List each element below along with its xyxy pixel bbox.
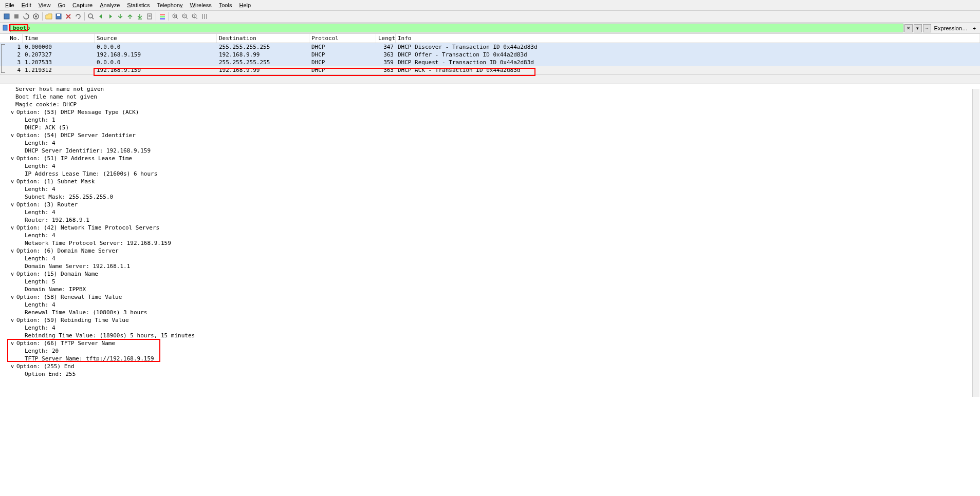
menu-go[interactable]: Go bbox=[54, 1, 68, 9]
detail-tree-item[interactable]: vOption: (15) Domain Name bbox=[0, 270, 980, 278]
vertical-scrollbar[interactable] bbox=[972, 89, 979, 378]
detail-tree-item[interactable]: Magic cookie: DHCP bbox=[0, 101, 980, 108]
menu-capture[interactable]: Capture bbox=[69, 1, 96, 9]
detail-tree-item[interactable]: Network Time Protocol Server: 192.168.9.… bbox=[0, 239, 980, 247]
expand-caret-icon[interactable]: v bbox=[9, 294, 15, 300]
packet-row[interactable]: 20.207327192.168.9.159192.168.9.99DHCP36… bbox=[0, 51, 980, 59]
detail-tree-item[interactable]: vOption: (42) Network Time Protocol Serv… bbox=[0, 224, 980, 232]
detail-tree-item[interactable]: vOption: (51) IP Address Lease Time bbox=[0, 155, 980, 162]
jump-to-icon[interactable] bbox=[116, 12, 125, 21]
menu-edit[interactable]: Edit bbox=[19, 1, 34, 9]
detail-tree-item[interactable]: Domain Name Server: 192.168.1.1 bbox=[0, 262, 980, 270]
expand-caret-icon[interactable]: v bbox=[9, 225, 15, 231]
expand-caret-icon[interactable]: v bbox=[9, 317, 15, 323]
menu-file[interactable]: File bbox=[2, 1, 17, 9]
detail-tree-item[interactable]: vOption: (3) Router bbox=[0, 201, 980, 208]
col-length[interactable]: Length bbox=[376, 34, 396, 43]
packet-row[interactable]: 31.2075330.0.0.0255.255.255.255DHCP359DH… bbox=[0, 59, 980, 66]
expand-caret-icon[interactable]: v bbox=[9, 202, 15, 207]
detail-tree-item[interactable]: vOption: (53) DHCP Message Type (ACK) bbox=[0, 108, 980, 116]
expand-caret-icon[interactable]: v bbox=[9, 364, 15, 369]
detail-tree-item[interactable]: vOption: (6) Domain Name Server bbox=[0, 247, 980, 255]
close-file-icon[interactable] bbox=[64, 12, 73, 21]
detail-tree-item[interactable]: Length: 4 bbox=[0, 255, 980, 262]
detail-tree-item[interactable]: Length: 4 bbox=[0, 139, 980, 147]
menu-tools[interactable]: Tools bbox=[216, 1, 235, 9]
detail-tree-item[interactable]: TFTP Server Name: tftp://192.168.9.159 bbox=[0, 355, 980, 363]
detail-tree-item[interactable]: Length: 4 bbox=[0, 208, 980, 216]
detail-tree-item[interactable]: Length: 4 bbox=[0, 185, 980, 193]
col-source[interactable]: Source bbox=[95, 34, 217, 43]
detail-tree-item[interactable]: DHCP Server Identifier: 192.168.9.159 bbox=[0, 147, 980, 155]
col-no[interactable]: No. bbox=[0, 34, 23, 43]
detail-tree-item[interactable]: Renewal Time Value: (10800s) 3 hours bbox=[0, 309, 980, 316]
clear-filter-button[interactable]: ✕ bbox=[904, 24, 913, 32]
detail-tree-item[interactable]: vOption: (1) Subnet Mask bbox=[0, 178, 980, 185]
col-time[interactable]: Time bbox=[23, 34, 95, 43]
resize-columns-icon[interactable] bbox=[200, 12, 209, 21]
detail-tree-item[interactable]: Boot file name not given bbox=[0, 93, 980, 101]
expand-caret-icon[interactable]: v bbox=[9, 248, 15, 254]
detail-tree-item[interactable]: Length: 1 bbox=[0, 116, 980, 124]
expand-caret-icon[interactable]: v bbox=[9, 340, 15, 346]
zoom-out-icon[interactable] bbox=[180, 12, 190, 21]
restart-capture-icon[interactable] bbox=[22, 12, 31, 21]
packet-row[interactable]: 10.0000000.0.0.0255.255.255.255DHCP347DH… bbox=[0, 43, 980, 51]
reload-icon[interactable] bbox=[73, 12, 83, 21]
detail-tree-item[interactable]: Rebinding Time Value: (18900s) 5 hours, … bbox=[0, 332, 980, 339]
display-filter-input[interactable] bbox=[10, 24, 903, 32]
detail-tree-item[interactable]: vOption: (255) End bbox=[0, 363, 980, 370]
expand-caret-icon[interactable]: v bbox=[9, 109, 15, 115]
packet-row[interactable]: 41.219312192.168.9.159192.168.9.99DHCP36… bbox=[0, 66, 980, 74]
find-icon[interactable] bbox=[86, 12, 96, 21]
col-info[interactable]: Info bbox=[396, 34, 980, 43]
auto-scroll-icon[interactable] bbox=[145, 12, 154, 21]
open-file-icon[interactable] bbox=[44, 12, 53, 21]
detail-tree-item[interactable]: Domain Name: IPPBX bbox=[0, 285, 980, 293]
detail-tree-item[interactable]: Length: 4 bbox=[0, 232, 980, 239]
menu-analyze[interactable]: Analyze bbox=[97, 1, 123, 9]
detail-tree-item[interactable]: vOption: (54) DHCP Server Identifier bbox=[0, 131, 980, 139]
expand-caret-icon[interactable]: v bbox=[9, 156, 15, 161]
zoom-in-icon[interactable] bbox=[171, 12, 180, 21]
menu-wireless[interactable]: Wireless bbox=[187, 1, 215, 9]
detail-tree-item[interactable]: Server host name not given bbox=[0, 85, 980, 93]
detail-tree-item[interactable]: vOption: (59) Rebinding Time Value bbox=[0, 316, 980, 324]
detail-tree-item[interactable]: Subnet Mask: 255.255.255.0 bbox=[0, 193, 980, 201]
filter-apply-button[interactable]: → bbox=[923, 24, 931, 32]
go-forward-icon[interactable] bbox=[106, 12, 115, 21]
detail-tree-item[interactable]: Length: 4 bbox=[0, 162, 980, 170]
filter-dropdown-button[interactable]: ▾ bbox=[914, 24, 922, 32]
expand-caret-icon[interactable]: v bbox=[9, 132, 15, 138]
expand-caret-icon[interactable]: v bbox=[9, 271, 15, 277]
detail-tree-item[interactable]: Length: 5 bbox=[0, 278, 980, 285]
detail-tree-item[interactable]: IP Address Lease Time: (21600s) 6 hours bbox=[0, 170, 980, 178]
expression-button[interactable]: Expression… bbox=[934, 25, 968, 31]
go-first-icon[interactable] bbox=[125, 12, 135, 21]
menu-statistics[interactable]: Statistics bbox=[124, 1, 153, 9]
menu-telephony[interactable]: Telephony bbox=[154, 1, 186, 9]
bookmark-filter-icon[interactable] bbox=[2, 25, 9, 32]
detail-tree-item[interactable]: Option End: 255 bbox=[0, 370, 980, 378]
pane-divider[interactable] bbox=[0, 74, 980, 84]
col-destination[interactable]: Destination bbox=[217, 34, 309, 43]
menu-help[interactable]: Help bbox=[236, 1, 254, 9]
detail-tree-item[interactable]: DHCP: ACK (5) bbox=[0, 124, 980, 131]
detail-tree-item[interactable]: Router: 192.168.9.1 bbox=[0, 216, 980, 224]
detail-tree-item[interactable]: Length: 20 bbox=[0, 347, 980, 355]
capture-options-icon[interactable] bbox=[31, 12, 41, 21]
go-last-icon[interactable] bbox=[135, 12, 144, 21]
detail-tree-item[interactable]: vOption: (58) Renewal Time Value bbox=[0, 293, 980, 301]
colorize-icon[interactable] bbox=[158, 12, 167, 21]
expand-caret-icon[interactable]: v bbox=[9, 179, 15, 184]
add-filter-button[interactable]: + bbox=[971, 25, 978, 32]
detail-tree-item[interactable]: Length: 4 bbox=[0, 301, 980, 309]
detail-tree-item[interactable]: vOption: (66) TFTP Server Name bbox=[0, 339, 980, 347]
stop-capture-icon[interactable] bbox=[12, 12, 21, 21]
col-protocol[interactable]: Protocol bbox=[309, 34, 376, 43]
start-capture-icon[interactable] bbox=[2, 12, 11, 21]
detail-tree-item[interactable]: Length: 4 bbox=[0, 324, 980, 332]
save-file-icon[interactable] bbox=[54, 12, 63, 21]
zoom-reset-icon[interactable]: 1 bbox=[190, 12, 199, 21]
menu-view[interactable]: View bbox=[35, 1, 54, 9]
